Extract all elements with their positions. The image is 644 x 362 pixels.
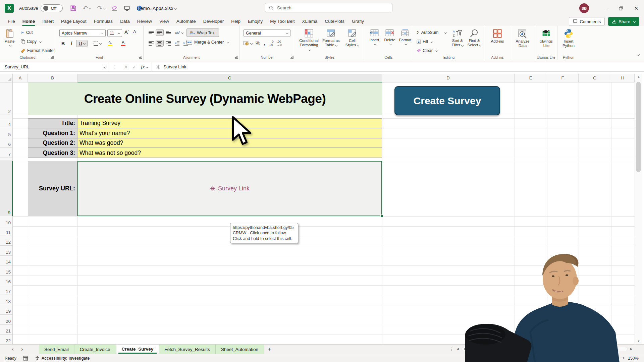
wrap-text-button[interactable]: ab Wrap Text — [186, 28, 219, 37]
xlwings-lite-button[interactable]: xlwingsLite — [537, 29, 555, 48]
increase-decimal-button[interactable]: ←0.00 — [269, 40, 274, 47]
sheet-tab-sheet_automation[interactable]: Sheet_Automation — [216, 345, 264, 354]
font-dialog-launcher[interactable] — [139, 56, 142, 59]
cancel-entry-icon[interactable]: ✕ — [124, 64, 128, 70]
row-header-19[interactable]: 19 — [0, 305, 13, 315]
save-button[interactable] — [70, 5, 76, 11]
align-center-button[interactable] — [156, 40, 164, 47]
redo-button[interactable]: ↷ — [97, 4, 105, 12]
excel-app-icon[interactable]: X — [5, 4, 14, 13]
menu-tab-help[interactable]: Help — [227, 16, 244, 26]
delete-cells-button[interactable]: Delete — [382, 29, 397, 45]
column-header-a[interactable]: A — [13, 74, 28, 82]
row-header-8[interactable] — [0, 158, 13, 161]
field-value-title[interactable]: Training Survey — [77, 118, 382, 128]
survey-url-label-cell[interactable]: Survey URL: — [28, 161, 77, 216]
comments-button[interactable]: Comments — [569, 17, 605, 26]
create-survey-button[interactable]: Create Survey — [394, 86, 500, 115]
clear-button[interactable]: Clear — [417, 47, 446, 54]
menu-tab-developer[interactable]: Developer — [200, 16, 228, 26]
number-format-select[interactable]: General — [244, 29, 290, 37]
close-button[interactable]: ✕ — [629, 0, 644, 16]
row-header-22[interactable]: 22 — [0, 335, 13, 344]
font-size-select[interactable]: 11 — [107, 29, 122, 37]
row-header-17[interactable]: 17 — [0, 285, 13, 295]
analyze-data-button[interactable]: AnalyzeData — [513, 29, 532, 48]
row-header-10[interactable]: 10 — [0, 216, 13, 226]
vertical-scroll-thumb[interactable] — [636, 82, 641, 172]
tabs-splitter-icon[interactable]: ⋮ — [449, 347, 454, 352]
name-box[interactable]: Survey_URL — [0, 62, 110, 72]
find-select-button[interactable]: Find &Select — [466, 29, 482, 47]
menu-tab-file[interactable]: File — [4, 16, 19, 26]
menu-tab-automate[interactable]: Automate — [173, 16, 200, 26]
copy-button[interactable]: Copy — [21, 38, 55, 45]
menu-tab-data[interactable]: Data — [116, 16, 133, 26]
minimize-button[interactable]: – — [598, 0, 613, 16]
row-header-15[interactable]: 15 — [0, 265, 13, 276]
row-header-12[interactable]: 12 — [0, 236, 13, 246]
underline-button[interactable]: U — [76, 40, 88, 47]
row-header-7[interactable]: 7 — [0, 148, 13, 158]
fill-button[interactable]: Fill — [417, 38, 446, 45]
align-middle-button[interactable] — [156, 29, 164, 36]
row-header-11[interactable]: 11 — [0, 226, 13, 236]
macro-record-icon[interactable] — [23, 356, 28, 361]
orientation-button[interactable]: ab — [173, 29, 185, 36]
row-header-2[interactable]: 2 — [0, 82, 13, 115]
menu-tab-home[interactable]: Home — [19, 16, 39, 26]
zoom-in-button[interactable]: + — [622, 356, 625, 361]
bold-button[interactable]: B — [59, 40, 67, 47]
zoom-out-button[interactable]: − — [569, 356, 572, 361]
menu-tab-view[interactable]: View — [156, 16, 173, 26]
align-left-button[interactable] — [147, 40, 155, 47]
zoom-level[interactable]: 150% — [628, 356, 639, 361]
present-screen-button[interactable] — [124, 5, 130, 11]
borders-button[interactable] — [92, 40, 103, 47]
survey-url-cell[interactable]: Survey Link — [77, 161, 382, 216]
horizontal-scroll-thumb[interactable] — [464, 348, 565, 350]
confirm-entry-icon[interactable]: ✓ — [132, 64, 137, 70]
accounting-format-button[interactable]: $ — [244, 41, 252, 46]
scroll-left-icon[interactable]: ◀ — [457, 347, 459, 351]
zoom-slider[interactable] — [575, 358, 619, 359]
format-as-table-button[interactable]: Format asTable — [321, 29, 341, 47]
italic-button[interactable]: I — [68, 40, 75, 47]
row-header-13[interactable]: 13 — [0, 246, 13, 256]
merge-center-button[interactable]: Merge & Center — [186, 40, 229, 45]
menu-tab-review[interactable]: Review — [133, 16, 156, 26]
insert-function-button[interactable]: fx — [141, 64, 148, 70]
field-label-q1[interactable]: Question 1: — [28, 128, 77, 138]
field-label-title[interactable]: Title: — [28, 118, 77, 128]
comma-style-button[interactable]: , — [264, 42, 265, 45]
menu-tab-xllama[interactable]: XLlama — [299, 16, 321, 26]
sort-filter-button[interactable]: AZ Sort &Filter — [449, 29, 466, 47]
fill-color-button[interactable] — [104, 40, 116, 47]
restore-button[interactable] — [613, 0, 629, 16]
row-header-3[interactable] — [0, 115, 13, 118]
clipboard-dialog-launcher[interactable] — [51, 56, 54, 59]
decrease-indent-button[interactable] — [173, 40, 181, 47]
autosum-button[interactable]: ΣAutoSum — [417, 29, 446, 36]
document-title[interactable]: Demo_Apps.xlsx — [137, 0, 177, 16]
column-header-d[interactable]: D — [382, 74, 515, 82]
decrease-decimal-button[interactable]: .00→0 — [277, 40, 282, 47]
paste-button[interactable]: Paste — [5, 29, 14, 46]
column-header-b[interactable]: B — [28, 74, 77, 82]
next-sheet-icon[interactable]: › — [17, 345, 27, 354]
column-header-h[interactable]: H — [611, 74, 635, 82]
worksheet-grid[interactable]: ABCDEFGH 2456791011121314151617181920212… — [0, 72, 644, 344]
column-header-c[interactable]: C — [77, 74, 382, 82]
font-color-button[interactable]: A — [117, 40, 129, 47]
collapse-ribbon-icon[interactable] — [636, 51, 639, 57]
sheet-tab-fetch_survey_results[interactable]: Fetch_Survey_Results — [159, 345, 216, 354]
conditional-formatting-button[interactable]: ConditionalFormatting — [299, 29, 319, 52]
align-right-button[interactable] — [164, 40, 172, 47]
formula-input[interactable]: Survey Link — [152, 64, 186, 69]
share-button[interactable]: Share — [608, 17, 639, 26]
scroll-right-icon[interactable]: ▶ — [630, 347, 633, 351]
column-header-f[interactable]: F — [547, 74, 579, 82]
align-top-button[interactable] — [147, 29, 155, 36]
add-ins-button[interactable]: Add-ins — [488, 29, 507, 44]
alignment-dialog-launcher[interactable] — [235, 56, 238, 59]
